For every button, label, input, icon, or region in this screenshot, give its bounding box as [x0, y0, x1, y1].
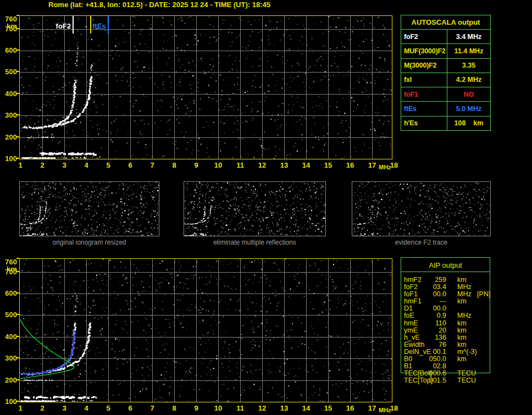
autoscala-row-label: foF1 [401, 87, 447, 101]
x-tick-label: 12 [256, 161, 269, 169]
x-tick-label: 4 [80, 161, 93, 169]
autoscala-row-value: 3.4 MHz [447, 33, 490, 41]
aip-row: B102.8 [401, 362, 490, 369]
ionogram-bottom-canvas [20, 259, 392, 402]
x-tick-label: 14 [300, 161, 313, 169]
autoscala-window: Rome (lat: +41.8, lon: 012.5) - DATE: 20… [0, 0, 532, 415]
aip-row-unit: km [457, 355, 467, 363]
autoscala-row-value: 108 km [447, 119, 490, 127]
autoscala-output-table: AUTOSCALA output foF23.4 MHzMUF(3000)F21… [401, 15, 491, 131]
y-tick-label: 200 [0, 133, 17, 141]
aip-row: DelN_vE00.1m^(-3) [401, 348, 490, 355]
aip-row-value: 000.6 [418, 369, 446, 377]
y-tick-label: 400 [0, 90, 17, 98]
thumbnail-eliminate-reflections [184, 181, 326, 236]
x-tick-label: 3 [58, 161, 71, 169]
aip-row-value: 03.4 [418, 283, 446, 291]
thumb-no-multiples-canvas [184, 182, 325, 236]
x-axis-unit: MHz [379, 164, 391, 170]
aip-row-value: 0.9 [418, 312, 446, 319]
aip-row-unit: km [457, 319, 467, 327]
aip-row-name: B0 [404, 355, 412, 363]
y-tick-label: 600 [0, 289, 17, 297]
y-tick-label: 100 [0, 154, 17, 163]
y-tick-label: 500 [0, 311, 17, 319]
y-axis-tick [16, 314, 19, 315]
aip-row-name: hmE [404, 319, 418, 327]
y-tick-label: 300 [0, 111, 17, 119]
foF2-marker-label: foF2 [54, 22, 71, 30]
autoscala-row: MUF(3000)F211.4 MHz [401, 43, 490, 58]
aip-row-unit: km [457, 341, 467, 348]
aip-row: ymE20km [401, 327, 490, 334]
y-axis-tick [16, 49, 19, 51]
aip-row: B0050.0km [401, 355, 490, 362]
aip-row-name: B1 [404, 362, 412, 370]
aip-row: hmE110km [401, 319, 490, 327]
y-axis-tick [16, 336, 19, 337]
aip-row-unit: TECU [457, 377, 476, 384]
aip-row-value: 00.0 [418, 290, 446, 298]
y-tick-label: 600 [0, 46, 17, 54]
aip-row-unit: MHz [457, 283, 472, 291]
autoscala-row-value: 5.0 MHz [447, 105, 490, 113]
y-tick-label: 500 [0, 68, 17, 76]
aip-row: h_vE136km [401, 334, 490, 341]
aip-row-unit: km [457, 276, 467, 284]
aip-row-value: 110 [418, 319, 446, 327]
y-axis-tick [16, 379, 19, 380]
x-tick-label: 10 [212, 404, 225, 412]
aip-row: hmF2259km [401, 276, 490, 283]
x-tick-label: 8 [168, 161, 181, 169]
x-tick-label: 14 [300, 404, 313, 412]
autoscala-row-label: M(3000)F2 [401, 59, 447, 73]
thumbnail-caption-original: original ionogram resized [19, 239, 159, 246]
ftEs-marker-label: ftEs [92, 22, 108, 30]
aip-row-unit: TECU [457, 369, 476, 377]
x-tick-label: 13 [278, 161, 291, 169]
x-tick-label: 7 [146, 404, 159, 412]
aip-row-name: D1 [404, 305, 413, 312]
aip-row: TEC[Bot]000.6TECU [401, 369, 490, 377]
y-axis-unit: km [0, 265, 17, 273]
aip-row: TEC[Top]001.5TECU [401, 377, 490, 384]
x-tick-label: 4 [80, 404, 93, 412]
aip-row-unit: MHz [PN] [457, 290, 490, 298]
x-axis-unit: MHz [379, 407, 391, 413]
ionogram-top-frame [19, 15, 392, 159]
ionogram-top-canvas [20, 16, 392, 159]
y-axis-unit: km [0, 22, 17, 30]
aip-row: D100.0 [401, 305, 490, 312]
y-axis-tick [16, 292, 19, 294]
x-tick-label: 12 [256, 404, 269, 412]
x-tick-label: 16 [343, 404, 357, 412]
aip-row-unit: m^(-3) [457, 348, 477, 356]
x-tick-label: 2 [36, 161, 49, 169]
y-tick-label: 200 [0, 376, 17, 384]
autoscala-row-label: foF2 [401, 30, 447, 43]
y-axis-tick [16, 401, 19, 402]
thumbnail-caption-eliminate: eliminate multiple reflections [184, 239, 326, 246]
y-axis-tick [16, 71, 19, 72]
autoscala-row-label: fxI [401, 73, 447, 87]
aip-row-unit: MHz [457, 312, 472, 319]
autoscala-row: M(3000)F23.35 [401, 58, 490, 73]
y-tick-label: 300 [0, 354, 17, 362]
autoscala-row-label: MUF(3000)F2 [401, 44, 447, 58]
aip-row-value: --- [418, 297, 446, 305]
aip-table-rows: hmF2259kmfoF203.4MHzfoF100.0MHz [PN]hmF1… [401, 276, 490, 384]
aip-row-value: 00.1 [418, 348, 446, 356]
y-axis-tick [16, 114, 19, 115]
page-title: Rome (lat: +41.8, lon: 012.5) - DATE: 20… [48, 1, 270, 9]
ionogram-bottom-frame [19, 258, 392, 402]
autoscala-row-label: h'Es [401, 117, 447, 130]
thumb-original-canvas [20, 182, 159, 236]
aip-row-value: 001.5 [418, 377, 446, 384]
aip-row-name: ymE [404, 327, 418, 334]
aip-row-value: 259 [418, 276, 446, 284]
y-axis-tick [16, 136, 19, 137]
aip-row: foE0.9MHz [401, 312, 490, 319]
y-tick-label: 400 [0, 333, 17, 341]
aip-row-name: foF1 [404, 290, 418, 298]
x-tick-label: 10 [212, 161, 225, 169]
